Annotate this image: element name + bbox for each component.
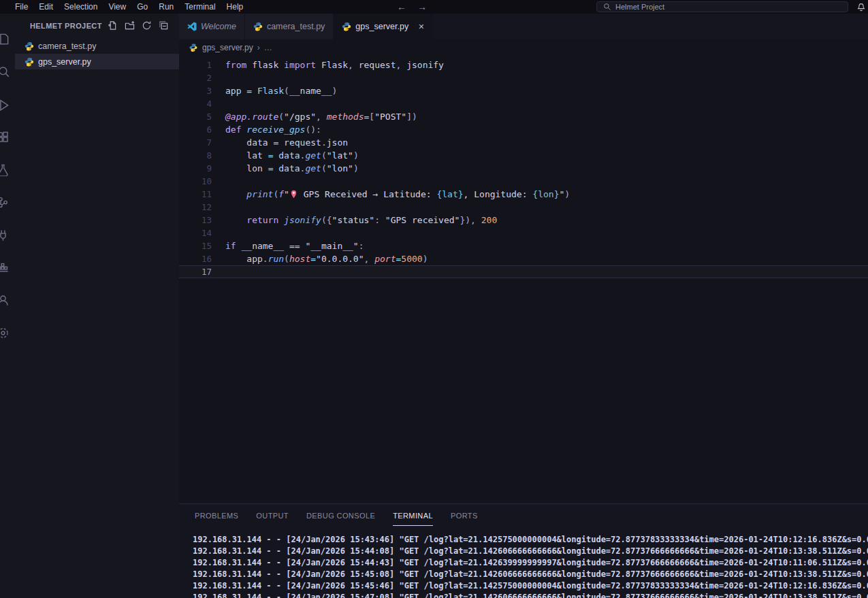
code-content: lon = data.get("lon"): [225, 162, 359, 175]
menu-edit[interactable]: Edit: [33, 2, 59, 12]
close-icon[interactable]: ✕: [418, 22, 424, 31]
python-icon: [253, 22, 263, 31]
tab-gps-server-py[interactable]: gps_server.py✕: [334, 14, 433, 39]
panel-tab-terminal[interactable]: TERMINAL: [384, 504, 442, 527]
line-number: 13: [179, 214, 212, 227]
tab-camera-test-py[interactable]: camera_test.py: [245, 14, 334, 39]
new-folder-icon[interactable]: [125, 20, 135, 31]
search-icon[interactable]: [0, 65, 10, 79]
refresh-icon[interactable]: [142, 20, 152, 31]
file-item-camera-test-py[interactable]: camera_test.py: [15, 38, 179, 54]
code-content: from flask import Flask, request, jsonif…: [225, 59, 444, 71]
bottom-panel: PROBLEMSOUTPUTDEBUG CONSOLETERMINALPORTS…: [179, 503, 868, 598]
panel-tab-output[interactable]: OUTPUT: [247, 504, 298, 527]
tab-label: gps_server.py: [355, 22, 408, 31]
tab-label: camera_test.py: [267, 22, 325, 31]
nav-arrows: ← →: [397, 0, 427, 14]
line-number: 4: [179, 97, 212, 110]
panel-tab-label: PORTS: [451, 505, 478, 526]
code-content: app.run(host="0.0.0.0", port=5000): [225, 252, 428, 265]
code-line-3: 3app = Flask(__name__): [179, 84, 868, 97]
editor-tab-bar: Welcomecamera_test.pygps_server.py✕: [179, 14, 868, 39]
file-item-gps-server-py[interactable]: gps_server.py: [15, 54, 179, 69]
python-icon: [342, 22, 351, 31]
panel-tab-label: DEBUG CONSOLE: [306, 505, 375, 526]
terminal-log-line: 192.168.31.144 - - [24/Jan/2026 15:43:46…: [193, 534, 868, 546]
code-line-11: 11 print(f" GPS Received → Latitude: {la…: [179, 188, 868, 201]
panel-tab-problems[interactable]: PROBLEMS: [186, 504, 247, 527]
search-label: Helmet Project: [615, 3, 664, 11]
menu-bar: FileEditSelectionViewGoRunTerminalHelp: [10, 2, 248, 12]
explorer-actions: [108, 20, 170, 31]
code-line-5: 5@app.route("/gps", methods=["POST"]): [179, 110, 868, 123]
settings-icon[interactable]: [0, 327, 10, 340]
panel-tab-label: OUTPUT: [256, 505, 289, 526]
line-number: 8: [179, 149, 212, 162]
forward-arrow[interactable]: →: [417, 1, 427, 12]
file-label: gps_server.py: [38, 57, 91, 67]
accounts-icon[interactable]: [0, 294, 10, 308]
vscode-icon: [187, 22, 197, 31]
code-content: if __name__ == "__main__":: [225, 239, 364, 252]
code-line-4: 4: [179, 97, 868, 110]
code-line-7: 7 data = request.json: [179, 136, 868, 149]
panel-tab-bar: PROBLEMSOUTPUTDEBUG CONSOLETERMINALPORTS: [179, 504, 868, 527]
menu-go[interactable]: Go: [131, 2, 153, 12]
back-arrow[interactable]: ←: [397, 1, 406, 12]
menu-selection[interactable]: Selection: [59, 2, 103, 12]
extensions-icon[interactable]: [0, 131, 10, 144]
panel-tab-debug-console[interactable]: DEBUG CONSOLE: [298, 504, 384, 527]
new-file-icon[interactable]: [108, 20, 118, 31]
activity-bar: [0, 14, 15, 598]
title-bar: FileEditSelectionViewGoRunTerminalHelp ←…: [0, 0, 868, 14]
explorer-icon[interactable]: [0, 33, 10, 46]
run-debug-icon[interactable]: [0, 98, 10, 112]
explorer-header: HELMET PROJECT: [15, 14, 179, 38]
code-editor[interactable]: 1from flask import Flask, request, jsoni…: [179, 56, 868, 503]
menu-run[interactable]: Run: [153, 2, 179, 12]
line-number: 17: [179, 265, 212, 278]
line-number: 16: [179, 252, 212, 265]
breadcrumb[interactable]: gps_server.py › …: [179, 39, 868, 56]
panel-tab-ports[interactable]: PORTS: [442, 504, 487, 527]
line-number: 11: [179, 188, 212, 201]
code-line-17: 17: [179, 265, 868, 278]
code-line-14: 14: [179, 227, 868, 239]
tab-welcome[interactable]: Welcome: [179, 14, 245, 39]
explorer-title: HELMET PROJECT: [30, 22, 102, 30]
terminal-output[interactable]: 192.168.31.144 - - [24/Jan/2026 15:43:46…: [179, 527, 868, 598]
code-line-10: 10: [179, 175, 868, 188]
code-content: data = request.json: [225, 136, 348, 149]
breadcrumb-ellipsis: …: [264, 43, 272, 52]
terminal-log-line: 192.168.31.144 - - [24/Jan/2026 15:45:46…: [193, 580, 868, 592]
line-number: 5: [179, 110, 212, 123]
source-control-icon[interactable]: [0, 196, 10, 210]
line-number: 1: [179, 59, 212, 71]
command-center-search[interactable]: Helmet Project: [596, 1, 848, 12]
line-number: 3: [179, 84, 212, 97]
code-line-12: 12: [179, 201, 868, 214]
code-line-6: 6def receive_gps():: [179, 123, 868, 136]
notifications-bell-icon[interactable]: [856, 1, 867, 12]
menu-terminal[interactable]: Terminal: [179, 2, 221, 12]
remote-icon[interactable]: [0, 229, 10, 242]
line-number: 14: [179, 227, 212, 239]
code-content: app = Flask(__name__): [225, 84, 337, 97]
code-line-8: 8 lat = data.get("lat"): [179, 149, 868, 162]
search-icon: [603, 3, 611, 11]
menu-view[interactable]: View: [103, 2, 131, 12]
breadcrumb-separator: ›: [257, 43, 260, 52]
line-number: 12: [179, 201, 212, 214]
menu-file[interactable]: File: [10, 2, 33, 12]
code-content: @app.route("/gps", methods=["POST"]): [225, 110, 417, 123]
code-line-13: 13 return jsonify({"status": "GPS receiv…: [179, 214, 868, 227]
menu-help[interactable]: Help: [221, 2, 249, 12]
vscode-window: FileEditSelectionViewGoRunTerminalHelp ←…: [0, 0, 868, 598]
tab-label: Welcome: [201, 22, 236, 31]
collapse-all-icon[interactable]: [159, 20, 170, 31]
line-number: 7: [179, 136, 212, 149]
docker-icon[interactable]: [0, 261, 10, 275]
line-number: 15: [179, 239, 212, 252]
testing-icon[interactable]: [0, 163, 10, 177]
terminal-log-line: 192.168.31.144 - - [24/Jan/2026 15:44:08…: [193, 546, 868, 557]
